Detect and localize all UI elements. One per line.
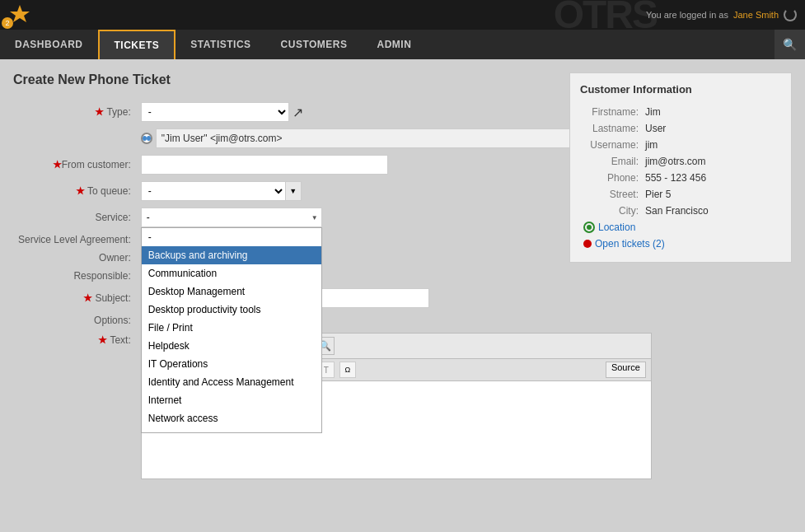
email-value: jim@otrs.com — [642, 153, 781, 170]
sla-label-cell: Service Level Agreement: — [13, 231, 136, 249]
service-option-internet[interactable]: Internet — [142, 391, 321, 409]
username-display: Jane Smith — [733, 10, 779, 20]
service-dropdown-list: - Backups and archiving Communication De… — [141, 227, 322, 433]
special-char-button[interactable]: Ω — [339, 362, 356, 378]
subject-required-star: ★ — [83, 292, 95, 304]
text-row: ★ Text: B I U S OL UL ⇥ ⇤ — [13, 329, 657, 483]
username-label: Username: — [580, 137, 642, 153]
open-tickets-link[interactable]: Open tickets (2) — [595, 238, 665, 250]
service-option-blank[interactable]: - — [142, 228, 321, 246]
service-option-communication[interactable]: Communication — [142, 264, 321, 282]
phone-row: Phone: 555 - 123 456 — [580, 170, 781, 186]
subject-row: ★ Subject: — [13, 285, 657, 311]
sla-row: Service Level Agreement: — [13, 231, 657, 249]
street-label: Street: — [580, 186, 642, 203]
city-value: San Francisco — [642, 203, 781, 219]
service-option-backups[interactable]: Backups and archiving — [142, 246, 321, 264]
service-option-helpdesk[interactable]: Helpdesk — [142, 337, 321, 355]
topbar: 2 OTRS You are logged in as Jane Smith — [0, 0, 805, 30]
page-title: Create New Phone Ticket — [13, 72, 556, 87]
svg-marker-0 — [10, 5, 30, 22]
type-select[interactable]: - — [141, 102, 289, 122]
text-label-cell: ★ Text: — [13, 329, 136, 483]
street-row: Street: Pier 5 — [580, 186, 781, 203]
email-row: Email: jim@otrs.com — [580, 153, 781, 170]
nav-item-tickets[interactable]: TICKETS — [98, 30, 176, 59]
nav-item-customers[interactable]: CUSTOMERS — [266, 30, 363, 59]
service-label-cell: Service: — [13, 204, 136, 231]
logout-icon[interactable] — [784, 8, 797, 21]
service-option-it-ops[interactable]: IT Operations — [142, 355, 321, 373]
service-dropdown-container: - - Backups and archiving Communication … — [141, 208, 322, 227]
owner-row: Owner: — [13, 249, 657, 267]
phone-value: 555 - 123 456 — [642, 170, 781, 186]
watermark: OTRS — [554, 0, 657, 30]
search-icon: 🔍 — [783, 38, 797, 51]
nav-item-statistics[interactable]: STATISTICS — [176, 30, 265, 59]
responsible-label-cell: Responsible: — [13, 267, 136, 285]
service-row: Service: - - Backups and archiving Commu… — [13, 204, 657, 231]
red-dot-icon — [583, 240, 592, 248]
service-cell: - - Backups and archiving Communication … — [136, 204, 657, 231]
service-option-file-print[interactable]: File / Print — [142, 319, 321, 337]
service-dropdown-trigger[interactable]: - — [141, 208, 322, 227]
service-option-network[interactable]: Network access — [142, 409, 321, 427]
customer-search-label — [13, 125, 136, 152]
queue-dropdown-btn[interactable]: ▼ — [285, 181, 302, 201]
form-table: ★ Type: - ↗ − — [13, 99, 657, 483]
logo: 2 — [8, 3, 35, 26]
user-info: You are logged in as Jane Smith — [646, 8, 797, 21]
queue-required-star: ★ — [76, 185, 87, 197]
lastname-label: Lastname: — [580, 120, 642, 137]
username-value: jim — [642, 137, 781, 153]
firstname-value: Jim — [642, 104, 781, 120]
navbar: DASHBOARD TICKETS STATISTICS CUSTOMERS A… — [0, 30, 805, 59]
queue-row: ★ To queue: - ▼ — [13, 178, 657, 204]
open-tickets-row: Open tickets (2) — [580, 236, 781, 252]
email-label: Email: — [580, 153, 642, 170]
service-option-remote[interactable]: Remote access — [142, 427, 321, 433]
username-row: Username: jim — [580, 137, 781, 153]
customer-info-panel: Customer Information Firstname: Jim Last… — [569, 72, 792, 263]
nav-item-admin[interactable]: ADMIN — [363, 30, 427, 59]
options-row: Options: — [13, 311, 657, 329]
type-label: ★ Type: — [13, 99, 136, 125]
from-customer-input[interactable] — [141, 155, 388, 175]
queue-label-cell: ★ To queue: — [13, 178, 136, 204]
responsible-row: Responsible: — [13, 267, 657, 285]
otrs-logo-icon — [8, 3, 31, 26]
customer-panel-title: Customer Information — [580, 83, 781, 96]
owner-label-cell: Owner: — [13, 249, 136, 267]
main-content: Create New Phone Ticket ★ Type: - ↗ — [0, 59, 805, 496]
queue-select[interactable]: - — [141, 181, 285, 201]
source-button[interactable]: Source — [606, 362, 646, 378]
logged-in-text: You are logged in as — [646, 10, 728, 20]
service-selected-value: - — [147, 212, 150, 223]
form-section: Create New Phone Ticket ★ Type: - ↗ — [13, 72, 556, 483]
customer-radio[interactable] — [141, 133, 152, 144]
firstname-row: Firstname: Jim — [580, 104, 781, 120]
service-option-iam[interactable]: Identity and Access Management — [142, 373, 321, 391]
customer-info-table: Firstname: Jim Lastname: User Username: … — [580, 104, 781, 219]
phone-label: Phone: — [580, 170, 642, 186]
service-option-desktop-prod[interactable]: Desktop productivity tools — [142, 301, 321, 319]
lastname-row: Lastname: User — [580, 120, 781, 137]
customer-search-input[interactable] — [156, 128, 634, 148]
from-customer-row: ★From customer: — [13, 152, 657, 178]
customer-search-row: − — [13, 125, 657, 152]
firstname-label: Firstname: — [580, 104, 642, 120]
search-button[interactable]: 🔍 — [775, 30, 805, 59]
lastname-value: User — [642, 120, 781, 137]
service-option-desktop-mgmt[interactable]: Desktop Management — [142, 282, 321, 301]
text-required-star: ★ — [98, 334, 110, 346]
nav-item-dashboard[interactable]: DASHBOARD — [0, 30, 98, 59]
subject-label-cell: ★ Subject: — [13, 285, 136, 311]
street-value: Pier 5 — [642, 186, 781, 203]
cursor-indicator: ↗ — [293, 105, 303, 120]
from-required-star: ★ — [53, 159, 62, 170]
from-customer-label-cell: ★From customer: — [13, 152, 136, 178]
type-required-star: ★ — [95, 106, 106, 118]
type-row: ★ Type: - ↗ — [13, 99, 657, 125]
options-label-cell: Options: — [13, 311, 136, 329]
